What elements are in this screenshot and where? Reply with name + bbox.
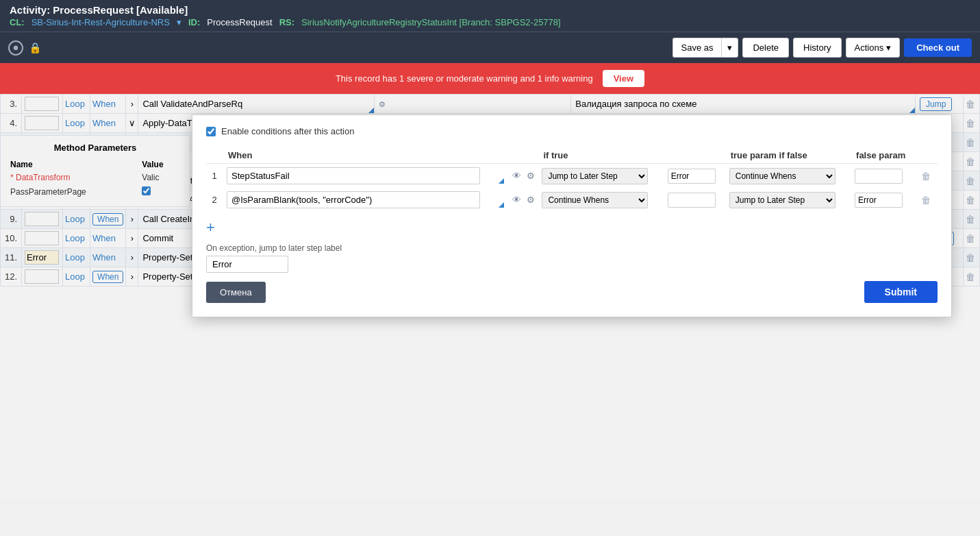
cog-icon-1[interactable]: ⚙ (527, 171, 535, 181)
exception-section: On exception, jump to later step label (206, 243, 938, 273)
save-as-btn-group: Save as ▾ (673, 38, 739, 58)
toolbar-left-icons: ⏺ 🔒 (8, 40, 42, 56)
exception-label: On exception, jump to later step label (206, 243, 938, 253)
delete-button[interactable]: Delete (742, 38, 789, 58)
actions-label: Actions (855, 42, 884, 53)
when-input-2[interactable] (227, 191, 480, 208)
rs-label: RS: (279, 17, 294, 27)
main-area: 3. Loop When › Call ValidateAndParseRq ⚙… (0, 94, 980, 498)
app-container: Activity: ProcessRequest [Available] CL:… (0, 0, 980, 536)
header-title: Activity: ProcessRequest [Available] (10, 4, 970, 16)
id-value: ProcessRequest (207, 17, 272, 27)
header: Activity: ProcessRequest [Available] CL:… (0, 0, 980, 32)
eye-icon-2[interactable]: 👁 (512, 195, 521, 205)
if-true-param-1[interactable] (668, 169, 716, 184)
del-cond-2[interactable]: 🗑 (921, 195, 931, 206)
history-button[interactable]: History (793, 38, 841, 58)
actions-button[interactable]: Actions ▾ (846, 38, 901, 58)
condition-row-1: 1 👁 ⚙ Jump to Later Step Continue Whens (206, 164, 938, 188)
modal-dialog: Enable conditions after this action When… (192, 114, 952, 317)
when-input-1[interactable] (227, 167, 480, 184)
warning-text: This record has 1 severe or moderate war… (336, 73, 593, 84)
conditions-table: When if true true param if false false p… (206, 147, 938, 212)
col-true-param: true param if false (725, 147, 851, 164)
id-label: ID: (188, 17, 200, 27)
modal-checkbox-row: Enable conditions after this action (206, 126, 938, 136)
enable-conditions-checkbox[interactable] (206, 127, 216, 136)
warning-bar: This record has 1 severe or moderate war… (0, 63, 980, 94)
submit-button[interactable]: Submit (864, 281, 938, 303)
checkout-button[interactable]: Check out (904, 38, 972, 57)
col-when: When (223, 147, 510, 164)
exception-input[interactable] (206, 256, 288, 273)
col-if-true: if true (538, 147, 663, 164)
true-param-if-false-select-1[interactable]: Continue Whens Jump to Later Step (729, 168, 835, 184)
cl-label: CL: (10, 17, 25, 27)
if-true-select-1[interactable]: Jump to Later Step Continue Whens (542, 168, 648, 184)
false-param-2[interactable] (855, 193, 903, 208)
eye-icon-1[interactable]: 👁 (512, 171, 521, 181)
condition-row-2: 2 👁 ⚙ Continue Whens Jump to Later Step (206, 188, 938, 212)
actions-dropdown-icon: ▾ (886, 42, 891, 53)
enable-conditions-label: Enable conditions after this action (221, 126, 354, 136)
header-meta: CL: SB-Sirius-Int-Rest-Agriculture-NRS ▾… (10, 17, 970, 27)
lock-icon: 🔒 (29, 42, 42, 54)
if-true-select-2[interactable]: Continue Whens Jump to Later Step (542, 192, 648, 208)
false-param-1[interactable] (855, 169, 903, 184)
del-cond-1[interactable]: 🗑 (921, 171, 931, 182)
view-button[interactable]: View (603, 70, 644, 87)
record-icon: ⏺ (8, 40, 23, 56)
cog-icon-2[interactable]: ⚙ (527, 195, 535, 205)
rs-value: SiriusNotifyAgricultureRegistryStatusInt… (301, 17, 561, 27)
cl-value[interactable]: SB-Sirius-Int-Rest-Agriculture-NRS (32, 17, 170, 27)
modal-footer: Отмена Submit (206, 281, 938, 303)
add-condition-btn[interactable]: + (206, 219, 215, 236)
col-false-param: false param (851, 147, 917, 164)
when-corner-2 (499, 202, 504, 208)
true-param-if-false-select-2[interactable]: Jump to Later Step Continue Whens (729, 192, 835, 208)
save-as-dropdown[interactable]: ▾ (721, 38, 738, 58)
cancel-button[interactable]: Отмена (206, 282, 266, 303)
cl-dropdown[interactable]: ▾ (177, 17, 181, 27)
if-true-param-2[interactable] (668, 193, 716, 208)
toolbar: ⏺ 🔒 Save as ▾ Delete History Actions ▾ C… (0, 32, 980, 63)
save-as-button[interactable]: Save as (673, 38, 722, 58)
when-corner-1 (499, 178, 504, 184)
